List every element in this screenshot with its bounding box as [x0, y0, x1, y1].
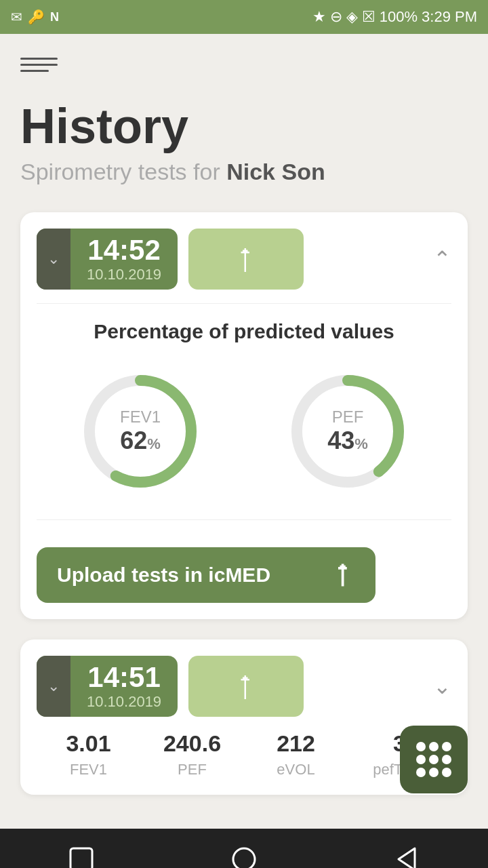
test-date-1: 10.10.2019	[87, 266, 161, 283]
fev1-type: FEV1	[120, 408, 161, 427]
nav-back-button[interactable]	[386, 839, 427, 868]
fev1-metric-label: FEV1	[37, 761, 140, 778]
status-bar: ✉ 🔑 N ★ ⊖ ◈ ☒ 100% 3:29 PM	[0, 0, 488, 34]
fab-button[interactable]	[400, 726, 468, 793]
test-time-1: 14:52	[87, 235, 161, 266]
pef-type: PEF	[327, 408, 368, 427]
subtitle-prefix: Spirometry tests for	[20, 159, 226, 184]
test-date-2: 10.10.2019	[87, 693, 161, 711]
hamburger-line-2	[20, 64, 58, 66]
share-button-2[interactable]: ⭡	[188, 656, 304, 717]
status-bar-right-icons: ★ ⊖ ◈ ☒ 100% 3:29 PM	[312, 8, 477, 26]
svg-marker-6	[399, 848, 415, 868]
metric-pef: 240.6 PEF	[140, 730, 244, 778]
fab-grid-icon	[409, 735, 458, 784]
mail-icon: ✉	[11, 9, 22, 25]
phone-off-icon: ☒	[362, 8, 375, 26]
hamburger-line-1	[20, 58, 58, 60]
n-logo-icon: N	[50, 10, 59, 24]
share-icon-1: ⭡	[232, 244, 260, 275]
signal-icon: ◈	[346, 8, 358, 26]
fev1-gauge: FEV1 62%	[73, 363, 208, 499]
card-2-header: ⌄ 14:51 10.10.2019 ⭡ ⌄	[37, 656, 451, 717]
nav-recents-button[interactable]	[61, 839, 102, 868]
chevron-down-icon-expand-2[interactable]: ⌄	[433, 673, 451, 699]
nav-home-button[interactable]	[224, 839, 264, 868]
upload-button-1[interactable]: Upload tests in icMED ⭡	[37, 547, 375, 603]
metric-evol: 212 eVOL	[244, 730, 348, 778]
fev1-label: FEV1 62%	[120, 408, 161, 455]
bluetooth-icon: ★	[312, 8, 326, 26]
time-badge-2: ⌄ 14:51 10.10.2019	[37, 656, 178, 717]
evol-metric-value: 212	[244, 730, 348, 757]
section-title-1: Percentage of predicted values	[37, 320, 451, 343]
chevron-down-icon-1[interactable]: ⌄	[37, 229, 70, 290]
page-subtitle: Spirometry tests for Nick Son	[20, 159, 468, 185]
hamburger-line-3	[20, 70, 49, 72]
bottom-nav	[0, 829, 488, 868]
share-button-1[interactable]: ⭡	[188, 229, 304, 290]
clock-display: 3:29 PM	[422, 8, 477, 26]
pef-value: 43%	[327, 427, 368, 455]
pef-gauge: PEF 43%	[280, 363, 415, 499]
share-icon-2: ⭡	[232, 671, 260, 702]
metrics-row-2: 3.01 FEV1 240.6 PEF 212 eVOL 3 pefTime	[37, 730, 451, 778]
time-badge-1-text: 14:52 10.10.2019	[70, 235, 178, 283]
fev1-value: 62%	[120, 427, 161, 455]
status-bar-left-icons: ✉ 🔑 N	[11, 9, 59, 25]
hamburger-menu[interactable]	[20, 47, 58, 81]
svg-rect-4	[70, 848, 92, 868]
patient-name: Nick Son	[226, 159, 325, 184]
time-badge-1: ⌄ 14:52 10.10.2019	[37, 229, 178, 290]
pef-metric-label: PEF	[140, 761, 244, 778]
gauges-container-1: FEV1 62% PEF	[37, 363, 451, 520]
time-badge-2-text: 14:51 10.10.2019	[70, 662, 178, 711]
fev1-gauge-wrapper: FEV1 62%	[73, 363, 208, 499]
upload-arrow-icon: ⭡	[331, 561, 355, 589]
card-1-header: ⌄ 14:52 10.10.2019 ⭡ ⌃	[37, 229, 451, 304]
chevron-down-icon-2[interactable]: ⌄	[37, 656, 70, 717]
battery-text: 100%	[380, 8, 418, 26]
main-content: History Spirometry tests for Nick Son ⌄ …	[0, 34, 488, 829]
pef-gauge-wrapper: PEF 43%	[280, 363, 415, 499]
evol-metric-label: eVOL	[244, 761, 348, 778]
pef-label: PEF 43%	[327, 408, 368, 455]
key-icon: 🔑	[28, 9, 45, 25]
test-card-1: ⌄ 14:52 10.10.2019 ⭡ ⌃ Percentage of pre…	[20, 212, 468, 619]
minus-circle-icon: ⊖	[330, 8, 342, 26]
svg-point-5	[233, 848, 255, 868]
fev1-metric-value: 3.01	[37, 730, 140, 757]
page-title: History	[20, 102, 468, 151]
upload-button-label: Upload tests in icMED	[57, 564, 270, 587]
chevron-up-icon-1[interactable]: ⌃	[433, 246, 451, 272]
pef-metric-value: 240.6	[140, 730, 244, 757]
test-time-2: 14:51	[87, 662, 161, 693]
metric-fev1: 3.01 FEV1	[37, 730, 140, 778]
